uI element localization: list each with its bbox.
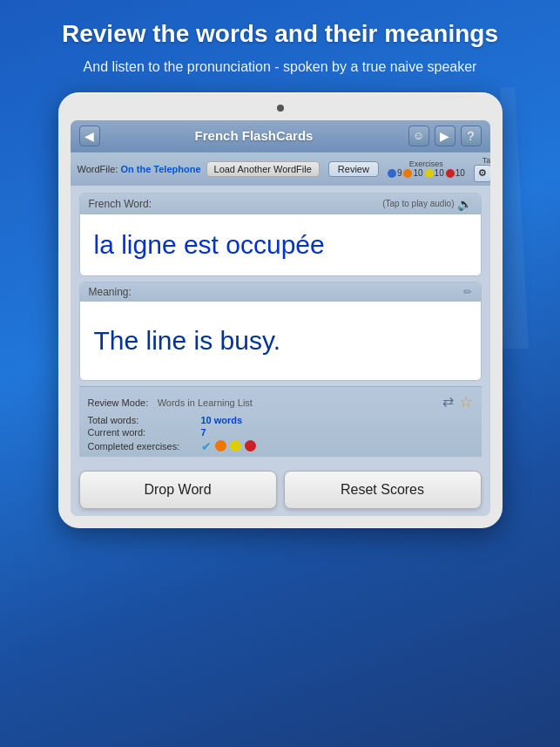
checkmark-icon: ✔ bbox=[201, 439, 212, 453]
header-title: Review the words and their meanings bbox=[57, 19, 503, 49]
french-word-header: French Word: (Tap to play audio) 🔊 bbox=[80, 194, 481, 214]
meaning-header: Meaning: ✏ bbox=[80, 282, 481, 302]
score-red: 10 bbox=[446, 168, 465, 178]
forward-button[interactable]: ▶ bbox=[435, 126, 455, 146]
toolbar: WordFile: On the Telephone Load Another … bbox=[71, 152, 490, 186]
dot-blue bbox=[388, 169, 396, 178]
bottom-buttons: Drop Word Reset Scores bbox=[71, 464, 490, 516]
wordfile-name: On the Telephone bbox=[120, 164, 200, 174]
meaning-body[interactable]: The line is busy. bbox=[80, 302, 481, 380]
completed-dots: ✔ bbox=[201, 439, 256, 453]
back-button[interactable]: ◀ bbox=[79, 126, 100, 146]
load-wordfile-button[interactable]: Load Another WordFile bbox=[206, 161, 320, 177]
tasks-label: Tasks bbox=[482, 156, 490, 165]
wordfile-label: WordFile: On the Telephone bbox=[78, 164, 201, 174]
header-subtitle: And listen to the pronunciation - spoken… bbox=[57, 58, 503, 77]
app-title: French FlashCards bbox=[195, 128, 314, 143]
total-words-row: Total words: 10 words bbox=[88, 415, 473, 425]
review-mode-info: Review Mode: Words in Learning List bbox=[88, 394, 253, 410]
french-word-text: la ligne est occupée bbox=[94, 230, 325, 260]
stats-row: Total words: 10 words Current word: 7 Co… bbox=[88, 415, 473, 453]
score-orange: 10 bbox=[403, 168, 422, 178]
completed-dot-orange bbox=[215, 440, 226, 452]
app-screen: ◀ French FlashCards ☺ ▶ ? WordFile: On t… bbox=[71, 120, 490, 516]
review-mode-row: Review Mode: Words in Learning List ⇄ ☆ bbox=[88, 392, 473, 411]
meaning-label: Meaning: bbox=[89, 286, 132, 298]
shuffle-icon[interactable]: ⇄ bbox=[442, 393, 454, 410]
help-button[interactable]: ? bbox=[461, 126, 482, 146]
exercises-dots: 9 10 10 10 bbox=[388, 168, 465, 178]
french-word-label: French Word: bbox=[89, 198, 152, 210]
title-bar: ◀ French FlashCards ☺ ▶ ? bbox=[71, 120, 490, 152]
dot-orange bbox=[403, 169, 412, 178]
star-icon[interactable]: ☆ bbox=[459, 392, 473, 411]
device-camera bbox=[277, 105, 284, 112]
header-section: Review the words and their meanings And … bbox=[57, 19, 503, 77]
completed-exercises-row: Completed exercises: ✔ bbox=[88, 439, 473, 453]
audio-icon: 🔊 bbox=[457, 197, 472, 211]
exercises-section: Exercises 9 10 10 bbox=[388, 160, 465, 178]
dot-yellow bbox=[425, 169, 434, 178]
right-icons: ⇄ ☆ bbox=[442, 392, 473, 411]
completed-dot-yellow bbox=[230, 440, 241, 452]
meaning-edit-icon: ✏ bbox=[463, 286, 472, 298]
french-word-body[interactable]: la ligne est occupée bbox=[80, 214, 481, 275]
tasks-section: Tasks ⚙ 🔍 bbox=[474, 156, 490, 182]
meaning-card: Meaning: ✏ The line is busy. bbox=[79, 282, 482, 381]
completed-dot-red bbox=[245, 440, 256, 452]
drop-word-button[interactable]: Drop Word bbox=[79, 471, 277, 509]
score-green: 9 bbox=[388, 168, 402, 178]
device-frame: ◀ French FlashCards ☺ ▶ ? WordFile: On t… bbox=[58, 92, 503, 528]
tap-audio[interactable]: (Tap to play audio) 🔊 bbox=[382, 197, 471, 211]
exercises-label: Exercises bbox=[409, 160, 443, 168]
dot-red bbox=[446, 169, 455, 178]
bottom-info: Review Mode: Words in Learning List ⇄ ☆ … bbox=[79, 386, 482, 457]
profile-button[interactable]: ☺ bbox=[408, 126, 429, 146]
reset-scores-button[interactable]: Reset Scores bbox=[284, 471, 482, 509]
title-bar-left: ◀ bbox=[79, 126, 100, 146]
title-bar-right: ☺ ▶ ? bbox=[408, 126, 482, 146]
content-area: French Word: (Tap to play audio) 🔊 la li… bbox=[71, 186, 490, 464]
meaning-text: The line is busy. bbox=[94, 326, 281, 356]
current-word-row: Current word: 7 bbox=[88, 427, 473, 438]
french-word-card: French Word: (Tap to play audio) 🔊 la li… bbox=[79, 193, 482, 276]
score-yellow: 10 bbox=[425, 168, 444, 178]
settings-icon-button[interactable]: ⚙ bbox=[474, 165, 490, 182]
review-button[interactable]: Review bbox=[328, 161, 379, 177]
tasks-icons: ⚙ 🔍 bbox=[474, 165, 490, 182]
